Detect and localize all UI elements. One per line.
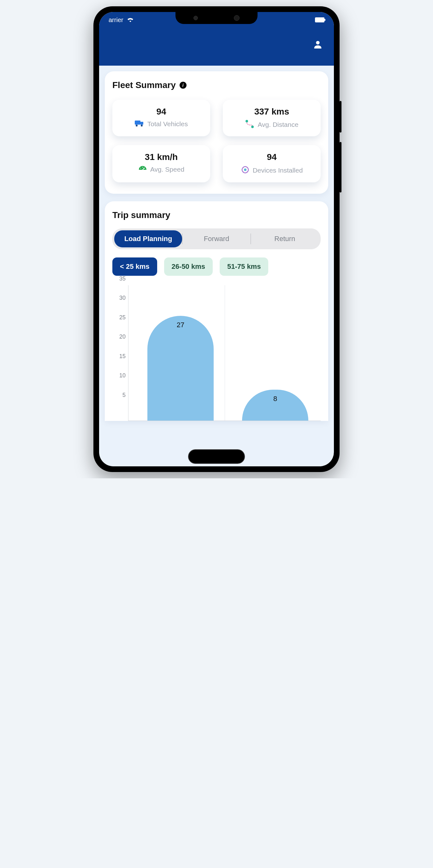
trip-summary-card: Trip summary Load Planning Forward Retur… — [105, 201, 328, 421]
speedometer-icon — [138, 165, 147, 174]
y-tick: 15 — [119, 353, 126, 360]
app-header — [99, 28, 334, 66]
y-tick: 20 — [119, 334, 126, 340]
y-tick: 35 — [119, 275, 126, 282]
svg-point-8 — [142, 167, 143, 168]
chip-26-50[interactable]: 26-50 kms — [164, 257, 213, 276]
stat-avg-speed[interactable]: 31 km/h Avg. Speed — [112, 145, 210, 182]
stat-label: Avg. Speed — [150, 166, 184, 173]
chart-bar: 8 — [242, 390, 308, 421]
fleet-summary-card: Fleet Summary i 94 Total Vehicles — [105, 71, 328, 194]
stat-label: Devices Installed — [253, 166, 303, 174]
stat-value: 94 — [226, 152, 317, 162]
info-icon[interactable]: i — [180, 82, 187, 89]
y-tick: 30 — [119, 295, 126, 301]
svg-rect-1 — [135, 121, 141, 125]
svg-point-6 — [251, 126, 254, 128]
bar-value-label: 27 — [147, 321, 214, 329]
distance-chip-row: < 25 kms 26-50 kms 51-75 kms — [112, 257, 321, 276]
chart-bar: 27 — [147, 316, 214, 421]
fleet-summary-title: Fleet Summary — [112, 80, 176, 90]
trip-summary-title: Trip summary — [112, 210, 321, 220]
svg-rect-2 — [141, 122, 143, 125]
y-tick: 25 — [119, 314, 126, 320]
home-indicator[interactable] — [188, 449, 245, 464]
profile-icon[interactable] — [312, 39, 323, 51]
trip-bar-chart: 5101520253035 278 — [112, 285, 321, 421]
bar-value-label: 8 — [242, 395, 308, 403]
svg-point-0 — [316, 41, 319, 44]
route-icon — [245, 120, 254, 129]
chip-51-75[interactable]: 51-75 kms — [220, 257, 268, 276]
y-tick: 10 — [119, 372, 126, 379]
svg-point-7 — [141, 168, 142, 169]
tab-return[interactable]: Return — [251, 230, 319, 247]
tab-load-planning[interactable]: Load Planning — [114, 230, 182, 247]
stat-devices-installed[interactable]: 94 Devices Installed — [223, 145, 321, 182]
svg-point-12 — [244, 168, 246, 171]
truck-icon — [135, 120, 144, 128]
device-icon — [241, 165, 250, 176]
stat-avg-distance[interactable]: 337 kms Avg. Distance — [223, 100, 321, 136]
chip-under-25[interactable]: < 25 kms — [112, 257, 157, 276]
y-tick: 5 — [122, 392, 126, 398]
stat-value: 94 — [116, 106, 207, 117]
tab-forward[interactable]: Forward — [182, 230, 250, 247]
trip-tab-bar: Load Planning Forward Return — [112, 228, 321, 249]
stat-total-vehicles[interactable]: 94 Total Vehicles — [112, 100, 210, 136]
svg-point-5 — [246, 120, 248, 122]
carrier-label: arrier — [109, 17, 123, 24]
svg-point-4 — [141, 125, 143, 126]
stat-value: 31 km/h — [116, 152, 207, 162]
stat-label: Avg. Distance — [257, 121, 298, 128]
stat-value: 337 kms — [226, 106, 317, 117]
stat-label: Total Vehicles — [147, 120, 188, 128]
battery-icon — [315, 18, 324, 22]
svg-point-3 — [136, 125, 137, 126]
wifi-icon — [127, 17, 134, 24]
